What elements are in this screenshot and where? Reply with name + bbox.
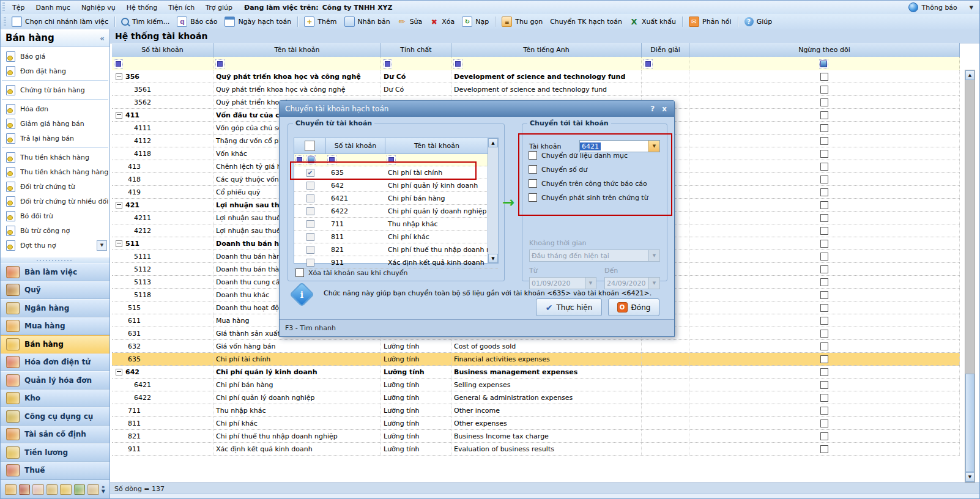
table-row[interactable]: 3561Quỹ phát triển khoa học và công nghệ… (112, 83, 960, 96)
module-button-qu-n-l-h-a-n[interactable]: Quản lý hóa đơn (1, 371, 110, 390)
notification-button[interactable]: Thông báo ▼ (908, 2, 979, 12)
stop-tracking-checkbox[interactable] (820, 73, 828, 81)
dialog-table-row[interactable]: 811Chi phí khác (294, 231, 498, 243)
stop-tracking-checkbox[interactable] (820, 342, 828, 350)
stop-tracking-checkbox[interactable] (820, 188, 828, 196)
filter-icon[interactable] (114, 59, 123, 68)
stop-tracking-checkbox[interactable] (820, 201, 828, 209)
stop-tracking-checkbox[interactable] (820, 432, 828, 440)
stop-tracking-checkbox[interactable] (820, 176, 828, 183)
dialog-close-button[interactable]: x (662, 105, 667, 113)
row-checkbox[interactable]: ✔ (306, 169, 314, 177)
stop-tracking-checkbox[interactable] (820, 407, 828, 415)
dialog-table-row[interactable]: 711Thu nhập khác (294, 218, 498, 231)
sidebar-item[interactable]: Thu tiền khách hàng hàng l... (1, 164, 110, 179)
module-button-qu-[interactable]: Quỹ (1, 281, 110, 300)
toolbar-button-ng-y-h-ch-to-n[interactable]: Ngày hạch toán (221, 15, 295, 28)
row-checkbox[interactable] (306, 182, 314, 190)
column-header-5[interactable]: Diễn giải (642, 43, 689, 57)
column-header-3[interactable]: Tính chất (381, 43, 451, 57)
toolbar-button-xu-t-kh-u[interactable]: XXuất khẩu (626, 16, 680, 28)
stop-tracking-checkbox[interactable] (820, 253, 828, 261)
stop-tracking-checkbox[interactable] (820, 150, 828, 158)
stop-tracking-checkbox[interactable] (820, 86, 828, 94)
checkbox-icon[interactable] (529, 179, 537, 188)
stop-tracking-checkbox[interactable] (820, 420, 828, 427)
toolbar-button-th-m[interactable]: +Thêm (300, 15, 340, 28)
execute-button[interactable]: ✔ Thực hiện (536, 298, 602, 316)
stop-tracking-checkbox[interactable] (820, 98, 828, 106)
module-button-kho[interactable]: Kho (1, 390, 110, 408)
module-button-thu-[interactable]: Thuế (1, 462, 110, 480)
sidebar-item[interactable]: Bỏ đối trừ (1, 209, 110, 223)
toolbar-button-x-a[interactable]: ✖Xóa (426, 16, 458, 28)
sidebar-item[interactable]: Đơn đặt hàng (1, 64, 110, 78)
toolbar-button-thu-g-n[interactable]: ≡Thu gọn (498, 15, 546, 28)
menu-item[interactable]: Trợ giúp (200, 4, 238, 12)
dialog-table-row[interactable]: ✔635Chi phí tài chính (294, 166, 498, 179)
stop-tracking-checkbox[interactable] (820, 291, 828, 299)
stop-tracking-checkbox[interactable] (820, 330, 828, 338)
filter-icon[interactable] (819, 59, 828, 68)
scroll-up-button[interactable]: ▲ (488, 138, 498, 147)
row-checkbox[interactable] (306, 220, 314, 228)
shortcut-icon[interactable] (46, 484, 58, 495)
column-header-account[interactable]: Số tài khoản (326, 138, 385, 153)
stop-tracking-checkbox[interactable] (820, 278, 828, 286)
row-checkbox[interactable] (306, 233, 314, 241)
stop-tracking-checkbox[interactable] (820, 445, 828, 453)
checkbox-icon[interactable] (529, 151, 537, 160)
menu-item[interactable]: Danh mục (30, 4, 75, 12)
column-header-name[interactable]: Tên tài khoản (385, 138, 488, 153)
toolbar-button-ph-n-h-i[interactable]: ✉Phản hồi (685, 15, 735, 28)
stop-tracking-checkbox[interactable] (820, 304, 828, 312)
to-option-checkbox[interactable]: Chuyển dữ liệu danh mục (529, 151, 628, 160)
table-row[interactable]: 911Xác định kết quả kinh doanhLưỡng tính… (112, 443, 960, 456)
chevron-down-icon[interactable]: ▼ (648, 141, 659, 152)
table-row[interactable]: 356Quỹ phát triển khoa học và công nghệD… (112, 70, 960, 83)
stop-tracking-checkbox[interactable] (820, 214, 828, 222)
shortcut-icon[interactable] (5, 484, 17, 495)
stop-tracking-checkbox[interactable] (820, 111, 828, 119)
shortcut-icon[interactable] (60, 484, 72, 495)
stop-tracking-checkbox[interactable] (820, 265, 828, 273)
toolbar-button-n-p[interactable]: ↻Nạp (458, 15, 492, 28)
table-row[interactable]: 632Giá vốn hàng bánLưỡng tínhCost of goo… (112, 340, 960, 353)
row-checkbox[interactable] (306, 259, 314, 267)
stop-tracking-checkbox[interactable] (820, 381, 828, 389)
collapse-node-icon[interactable] (116, 73, 122, 80)
collapse-node-icon[interactable] (116, 369, 122, 375)
collapse-node-icon[interactable] (116, 202, 122, 209)
module-button-h-a-n-i-n-t-[interactable]: Hóa đơn điện tử (1, 353, 110, 372)
filter-icon[interactable] (306, 155, 316, 164)
sidebar-item[interactable]: Chứng từ bán hàng (1, 83, 110, 97)
dialog-table-scrollbar[interactable]: ▲ ▼ (488, 138, 498, 263)
to-option-checkbox[interactable]: Chuyển số dư (529, 165, 587, 174)
table-row[interactable]: 6422Chi phí quản lý doanh nghiệpLưỡng tí… (112, 391, 960, 404)
module-button-ti-n-l-ng[interactable]: Tiền lương (1, 443, 110, 462)
checkbox-icon[interactable] (529, 193, 537, 202)
table-row[interactable]: 711Thu nhập khácLưỡng tínhOther income (112, 404, 960, 417)
table-row[interactable]: 635Chi phí tài chínhLưỡng tínhFinancial … (112, 353, 960, 366)
menu-item[interactable]: Hệ thống (121, 4, 163, 12)
toolbar-button-nh-n-b-n[interactable]: Nhân bản (341, 15, 394, 28)
module-button-b-n-h-ng[interactable]: Bán hàng (1, 335, 110, 353)
shortcut-icon[interactable] (74, 484, 86, 495)
sidebar-item[interactable]: Đợt thu nợ▼ (1, 238, 110, 253)
stop-tracking-checkbox[interactable] (820, 368, 828, 376)
menu-item[interactable]: Tiện ích (163, 4, 200, 12)
scroll-thumb[interactable] (965, 374, 974, 472)
filter-icon[interactable] (644, 59, 653, 68)
toolbar-button-chuy-n-tk-h-ch-to-n[interactable]: Chuyển TK hạch toán (546, 17, 626, 27)
shortcut-icon[interactable] (19, 484, 31, 495)
module-button-mua-h-ng[interactable]: Mua hàng (1, 317, 110, 336)
toolbar-button-s-a[interactable]: ✏Sửa (394, 16, 426, 28)
select-all-checkbox[interactable] (305, 141, 315, 151)
stop-tracking-checkbox[interactable] (820, 317, 828, 325)
table-row[interactable]: 821Chi phí thuế thu nhập doanh nghiệpLưỡ… (112, 430, 960, 443)
stop-tracking-checkbox[interactable] (820, 163, 828, 171)
sidebar-item[interactable]: Đối trừ chứng từ nhiều đối t... (1, 194, 110, 209)
stop-tracking-checkbox[interactable] (820, 355, 828, 363)
sidebar-item[interactable]: Thu tiền khách hàng (1, 150, 110, 164)
close-button[interactable]: O Đóng (608, 298, 659, 316)
